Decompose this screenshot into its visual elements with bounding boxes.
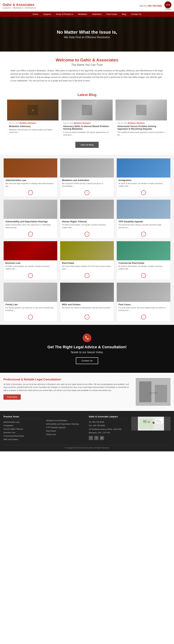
nav-contact[interactable]: Contact Us xyxy=(129,12,144,17)
cta-subheading: Speak to our lawyer today. xyxy=(4,351,170,354)
blog-card-2: Feb 25, 2019 Mediation Mediation Advocac… xyxy=(61,100,113,138)
service-arrow-realestate[interactable]: → xyxy=(84,273,90,278)
service-card-mediation: Mediation and Arbitration We represent c… xyxy=(60,158,114,197)
footer-link-business[interactable]: Business Law xyxy=(4,431,43,434)
nav-past-cases[interactable]: Past Cases xyxy=(104,12,120,17)
service-excerpt-immigration: At Gahir & Associates, we handle complex… xyxy=(119,182,168,188)
service-title-family: Family Law xyxy=(6,303,55,306)
blog-grid: ⚖ Feb 25, 2019 Mediation Mediation Media… xyxy=(4,100,170,138)
googleplus-icon[interactable]: g+ xyxy=(100,436,104,440)
cta-icon xyxy=(83,334,91,342)
blog-2-excerpt: In interest-based mediation the lawyer a… xyxy=(63,131,111,136)
service-arrow-admin[interactable]: → xyxy=(28,190,33,195)
bottom-info-image: Legal Office xyxy=(136,378,170,406)
blog-card-3-image xyxy=(116,100,167,120)
blog-3-title[interactable]: Adversarial Versus Problem Solving Appro… xyxy=(117,125,165,130)
footer-link-realestate[interactable]: Real Estate xyxy=(46,430,85,432)
ciarb-text: CIArb xyxy=(166,4,170,6)
chartered-label: Chartered xyxy=(164,8,171,10)
service-card-family: Family Law Our family lawyers can help y… xyxy=(4,282,57,322)
service-excerpt-wills: We assist our clients in preparing a wil… xyxy=(62,306,112,312)
service-card-admissibility: Admissibility and Deportation Hearings G… xyxy=(4,200,57,238)
facebook-icon[interactable]: f xyxy=(94,436,99,440)
service-arrow-human[interactable]: → xyxy=(84,232,90,236)
nav-areas-of-practice[interactable]: Areas of Practice ▾ xyxy=(53,12,76,17)
service-card-human: Human Rights Tribunal At Gahir & Associa… xyxy=(60,200,114,238)
nav-home[interactable]: Home xyxy=(30,12,41,17)
footer-link-mediation[interactable]: Mediation and Arbitration xyxy=(46,419,85,422)
service-card-business: Business Law At Gahir & Associates, we h… xyxy=(4,241,57,280)
footer-link-human[interactable]: Human Rights Tribunal xyxy=(4,428,43,430)
service-excerpt-human: At Gahir & Associates, we handle complex… xyxy=(62,224,112,229)
hero-line2: We Help Find an Effective Resolution xyxy=(57,36,117,39)
nav-mediation[interactable]: Mediation xyxy=(76,12,90,17)
blog-section: Latest Blog ⚖ Feb 25, 2019 Mediation Med… xyxy=(0,93,174,155)
service-arrow-immigration[interactable]: → xyxy=(141,190,146,195)
services-grid: Administrative Law We have the right exp… xyxy=(4,158,170,322)
service-excerpt-business: At Gahir & Associates, we handle complex… xyxy=(6,265,55,270)
service-excerpt-admin: We have the right expertise in dealing w… xyxy=(6,182,55,188)
footer-link-cpp[interactable]: CPP Disability Appeals xyxy=(46,426,85,429)
footer-link-immigration[interactable]: Immigration xyxy=(4,424,43,427)
service-excerpt-mediation: We represent clients across a broad spec… xyxy=(62,182,112,188)
welcome-subheading: The Name You Can Trust xyxy=(11,63,163,66)
blog-1-title[interactable]: Mediation Advocacy xyxy=(9,125,57,128)
blog-3-tag: Mediation xyxy=(128,122,136,124)
service-title-wills: Wills and Estates xyxy=(62,303,112,306)
nav-lawyers[interactable]: Lawyers xyxy=(41,12,53,17)
ciarb-badge: CIArb Chartered xyxy=(164,2,171,10)
service-img-admin xyxy=(4,158,57,178)
svg-text:Gahir &: Gahir & xyxy=(156,420,160,421)
logo-tagline: Lawyers • Mediators • Arbitrators xyxy=(3,7,36,9)
phone-number[interactable]: 905-789-0585 xyxy=(148,4,162,7)
blog-card-1: ⚖ Feb 25, 2019 Mediation Mediation Media… xyxy=(7,100,59,138)
service-title-human: Human Rights Tribunal xyxy=(62,220,112,223)
service-arrow-mediation[interactable]: → xyxy=(84,190,90,195)
twitter-icon[interactable]: t xyxy=(89,436,93,440)
service-arrow-business[interactable]: → xyxy=(28,273,33,278)
service-title-mediation: Mediation and Arbitration xyxy=(62,179,112,182)
footer-link-family[interactable]: Family Law xyxy=(46,433,85,436)
service-arrow-cpp[interactable]: → xyxy=(141,232,146,236)
hero-section: No Matter What the Issue Is, We Help Fin… xyxy=(0,17,174,52)
footer-practice-areas: Practice Areas Administrative Law Immigr… xyxy=(4,415,43,442)
read-more-button[interactable]: Read More xyxy=(4,394,21,400)
contact-us-button[interactable]: Contact Us xyxy=(76,357,98,364)
service-img-business xyxy=(4,241,57,260)
service-title-commercial: Commercial Real Estate xyxy=(119,262,168,264)
service-img-commercial xyxy=(117,241,170,260)
footer-link-wills[interactable]: Wills and Estates xyxy=(4,438,43,440)
service-arrow-family[interactable]: → xyxy=(28,314,33,320)
service-arrow-past[interactable]: → xyxy=(141,314,146,320)
welcome-body: Gahir Law Office is based in Brampton, O… xyxy=(11,69,163,82)
header-right: Call Us: 905-789-0585 CIArb Chartered xyxy=(139,2,171,10)
header: Gahir & Associates Lawyers • Mediators •… xyxy=(0,0,174,12)
bottom-info-body: At Gahir & Associates, we are local law … xyxy=(4,383,132,392)
service-arrow-commercial[interactable]: → xyxy=(141,273,146,278)
service-img-cpp xyxy=(117,200,170,219)
footer-more-areas: Mediation and Arbitration Admissibility … xyxy=(46,415,85,442)
footer-contact-col: Gahir & Associate Lawyers Tel: 905-789-0… xyxy=(89,415,128,442)
blog-card-1-image: ⚖ xyxy=(7,100,58,120)
footer-tel: Tel: 905-789-0585 xyxy=(89,421,128,424)
copyright-text: © Copyright 2019 Gahir & Associates. All… xyxy=(64,447,110,449)
nav-arbitration[interactable]: Arbitration xyxy=(90,12,104,17)
footer-address: 18 Strathearn Avenue West, Suite 306, xyxy=(89,428,128,431)
svg-text:⚖: ⚖ xyxy=(32,109,34,111)
service-arrow-admissibility[interactable]: → xyxy=(28,232,33,236)
service-excerpt-cpp: Our personal injury lawyers provide asse… xyxy=(119,224,168,229)
welcome-heading: Welcome to Gahir & Associates xyxy=(11,58,163,62)
footer-city: Brampton, ON · L6Y 0Y8 xyxy=(89,431,128,434)
service-arrow-wills[interactable]: → xyxy=(84,314,90,320)
footer-bottom: © Copyright 2019 Gahir & Associates. All… xyxy=(4,445,170,449)
footer-link-commercial[interactable]: Commercial Real Estate xyxy=(4,434,43,437)
nav-blog[interactable]: Blog xyxy=(120,12,129,17)
view-all-blog-button[interactable]: View All Blog xyxy=(75,142,99,148)
footer-link-admissibility[interactable]: Admissibility and Deportation Hearings xyxy=(46,422,85,425)
footer-link-admin[interactable]: Administrative Law xyxy=(4,421,43,423)
service-title-past: Past Cases xyxy=(119,303,168,306)
service-excerpt-commercial: At Gahir & Associates, we handle complex… xyxy=(119,265,168,270)
service-card-admin: Administrative Law We have the right exp… xyxy=(4,158,57,197)
blog-2-title[interactable]: Advocacy Skills In Interest Based Proble… xyxy=(63,125,111,130)
service-card-cpp: CPP Disability Appeals Our personal inju… xyxy=(117,200,170,238)
